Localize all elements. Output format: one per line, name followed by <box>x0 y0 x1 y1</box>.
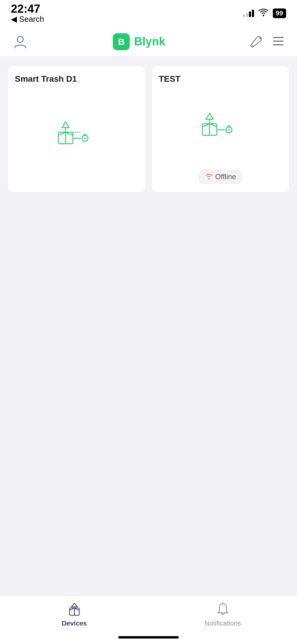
tab-devices[interactable]: Devices <box>0 601 148 627</box>
device-icon-area <box>159 84 282 167</box>
offline-badge: Offline <box>199 170 243 184</box>
status-bar: 22:47 ◀ Search 99 <box>0 0 297 27</box>
tab-notifications-label: Notifications <box>205 619 241 627</box>
device-name: Smart Trash D1 <box>15 74 77 84</box>
tab-bar: Devices Notifications <box>0 596 297 644</box>
svg-point-1 <box>17 36 23 42</box>
svg-point-0 <box>263 15 264 16</box>
tab-devices-label: Devices <box>62 619 87 627</box>
app-name: Blynk <box>134 35 165 48</box>
device-card-smart-trash[interactable]: Smart Trash D1 <box>7 65 146 192</box>
svg-point-2 <box>252 45 253 46</box>
device-card-test[interactable]: TEST <box>151 65 290 192</box>
svg-point-10 <box>84 138 86 139</box>
app-logo: B Blynk <box>113 33 165 50</box>
svg-point-17 <box>208 178 210 179</box>
status-right: 99 <box>243 8 286 18</box>
wifi-icon <box>258 8 269 18</box>
devices-grid: Smart Trash D1 <box>7 65 290 192</box>
wrench-button[interactable] <box>250 34 263 49</box>
offline-label: Offline <box>215 172 236 181</box>
device-name: TEST <box>159 74 181 84</box>
status-time: 22:47 <box>11 3 40 15</box>
status-search: ◀ Search <box>11 15 44 24</box>
tab-notifications[interactable]: Notifications <box>148 601 297 627</box>
main-content: Smart Trash D1 <box>0 57 297 201</box>
device-icon-area <box>15 84 138 184</box>
home-indicator <box>118 636 179 639</box>
header-actions <box>250 34 285 49</box>
user-profile-button[interactable] <box>12 34 28 50</box>
app-header: B Blynk <box>0 27 297 57</box>
menu-button[interactable] <box>272 36 285 48</box>
blynk-logo-icon: B <box>113 33 130 50</box>
signal-icon <box>243 10 254 17</box>
status-left: 22:47 ◀ Search <box>11 3 44 24</box>
svg-point-16 <box>228 129 230 131</box>
battery-indicator: 99 <box>273 8 286 18</box>
